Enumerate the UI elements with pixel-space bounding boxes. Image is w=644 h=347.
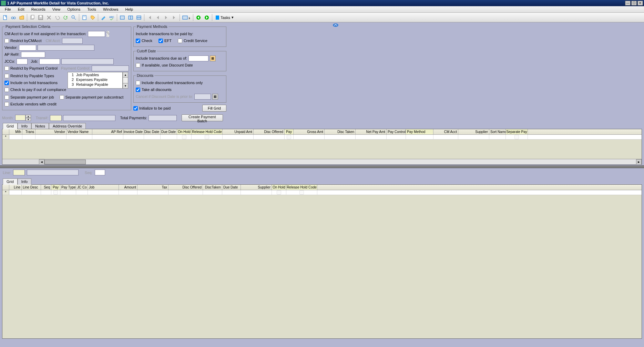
grid-cell[interactable] — [222, 190, 241, 195]
col-header[interactable]: Trans — [22, 129, 35, 134]
undo-icon[interactable] — [53, 14, 61, 21]
grid-cell[interactable] — [51, 190, 60, 195]
col-header[interactable]: Vendor — [35, 129, 67, 134]
tab-info[interactable]: Info — [18, 123, 31, 129]
apref-input[interactable] — [21, 52, 45, 58]
month-up[interactable]: ▴ — [25, 115, 31, 118]
col-header[interactable]: Invoice Date — [123, 129, 144, 134]
grid-cell[interactable] — [76, 190, 88, 195]
job-input[interactable] — [39, 59, 60, 64]
grid-cell[interactable] — [325, 135, 356, 139]
minimize-button[interactable]: — — [625, 1, 631, 6]
grid-cell[interactable] — [41, 190, 51, 195]
sep-per-sub-check[interactable] — [60, 95, 64, 100]
payable-type-item[interactable]: 3Retainage Payable — [68, 82, 122, 87]
grid-cell[interactable] — [123, 135, 144, 139]
tab-grid[interactable]: Grid — [3, 178, 18, 185]
grid-cell[interactable] — [60, 190, 76, 195]
col-header[interactable]: Separate Pay — [506, 129, 528, 134]
grid-cell[interactable] — [489, 135, 506, 139]
grid-cell[interactable] — [254, 135, 285, 139]
seq-input[interactable] — [95, 170, 105, 175]
vendor-name-input[interactable] — [38, 45, 94, 51]
cm-acct2-input[interactable] — [62, 38, 83, 44]
col-header[interactable]: Release Hold Code — [192, 129, 223, 134]
col-header[interactable]: Pay — [51, 185, 60, 190]
sep-per-job-check[interactable] — [4, 95, 9, 100]
maximize-button[interactable]: ☐ — [631, 1, 637, 6]
grid-cell[interactable] — [161, 135, 177, 139]
col-header[interactable]: Disc Offered — [168, 185, 203, 190]
col-header[interactable]: Amount — [119, 185, 137, 190]
grid-cell[interactable] — [22, 190, 41, 195]
payctrl-input[interactable] — [92, 65, 129, 71]
go-back-icon[interactable] — [195, 14, 202, 21]
trans-desc[interactable] — [63, 115, 115, 121]
col-header[interactable]: Vendor Name — [67, 129, 92, 134]
grid-cell[interactable] — [506, 135, 528, 139]
menu-tools[interactable]: Tools — [84, 7, 99, 12]
grid-cell[interactable] — [241, 190, 272, 195]
col-header[interactable]: Due Date — [222, 185, 241, 190]
col-header[interactable] — [2, 185, 9, 190]
col-header[interactable]: Pay Control — [387, 129, 406, 134]
init-paid-check[interactable] — [133, 106, 138, 111]
pm-check[interactable] — [136, 39, 140, 43]
trans-input[interactable] — [50, 115, 62, 121]
grid-cell[interactable] — [119, 190, 137, 195]
collapse-icon[interactable] — [333, 23, 339, 27]
last-icon[interactable] — [171, 14, 178, 21]
panel1-icon[interactable] — [119, 14, 126, 21]
grid-cell[interactable] — [144, 135, 161, 139]
cancel-date-input[interactable] — [194, 94, 211, 100]
list-scroll-up[interactable]: ▲ — [123, 72, 128, 78]
col-header[interactable]: Job — [88, 185, 119, 190]
grid-cell[interactable] — [272, 190, 286, 195]
take-all-check[interactable] — [136, 88, 140, 92]
restrict-cmacct-check[interactable] — [4, 39, 9, 43]
col-header[interactable]: Sort Name — [489, 129, 506, 134]
col-header[interactable]: Release Hold Code — [286, 185, 317, 190]
col-header[interactable]: Supplier — [458, 129, 489, 134]
grid-cell[interactable] — [203, 190, 222, 195]
col-header[interactable]: Gross Amt — [294, 129, 325, 134]
form-icon[interactable] — [181, 14, 192, 21]
calendar-icon[interactable]: ▦ — [210, 55, 216, 61]
calc-icon[interactable] — [81, 14, 88, 21]
search-icon[interactable] — [70, 14, 78, 21]
create-batch-button[interactable]: Create Payment Batch — [182, 114, 223, 121]
col-header[interactable]: Line — [9, 185, 22, 190]
scroll-thumb[interactable] — [44, 160, 86, 164]
list-scroll-down[interactable]: ▼ — [123, 83, 128, 89]
grid-cell[interactable] — [137, 190, 168, 195]
scroll-right[interactable]: ► — [636, 159, 642, 165]
restrict-payctrl-check[interactable] — [4, 66, 9, 71]
total-input[interactable] — [149, 115, 177, 121]
grid-cell[interactable] — [168, 190, 203, 195]
table-row[interactable]: * — [2, 135, 642, 140]
col-header[interactable] — [2, 129, 9, 134]
line-input[interactable] — [13, 170, 25, 175]
refresh-icon[interactable] — [62, 14, 69, 21]
grid-cell[interactable] — [92, 135, 123, 139]
close-button[interactable]: ✕ — [637, 1, 643, 6]
section-divider[interactable] — [0, 165, 644, 168]
col-header[interactable]: Disc Date — [144, 129, 161, 134]
tab-notes[interactable]: Notes — [31, 123, 49, 129]
delete-icon[interactable] — [45, 14, 53, 21]
grid-cell[interactable] — [177, 135, 192, 139]
glasses-icon[interactable] — [10, 14, 17, 21]
pm-credit[interactable] — [178, 39, 182, 43]
menu-records[interactable]: Records — [29, 7, 48, 12]
tab-grid[interactable]: Grid — [3, 123, 18, 129]
menu-windows[interactable]: Windows — [100, 7, 121, 12]
col-header[interactable]: Unpaid Amt — [223, 129, 254, 134]
grid-cell[interactable] — [433, 135, 458, 139]
jcco-input[interactable] — [17, 59, 28, 64]
disc-only-check[interactable] — [136, 81, 140, 85]
upper-grid-body[interactable]: * — [2, 135, 642, 159]
grid-cell[interactable] — [67, 135, 92, 139]
menu-help[interactable]: Help — [123, 7, 136, 12]
grid-cell[interactable] — [192, 135, 223, 139]
col-header[interactable]: Tax — [137, 185, 168, 190]
